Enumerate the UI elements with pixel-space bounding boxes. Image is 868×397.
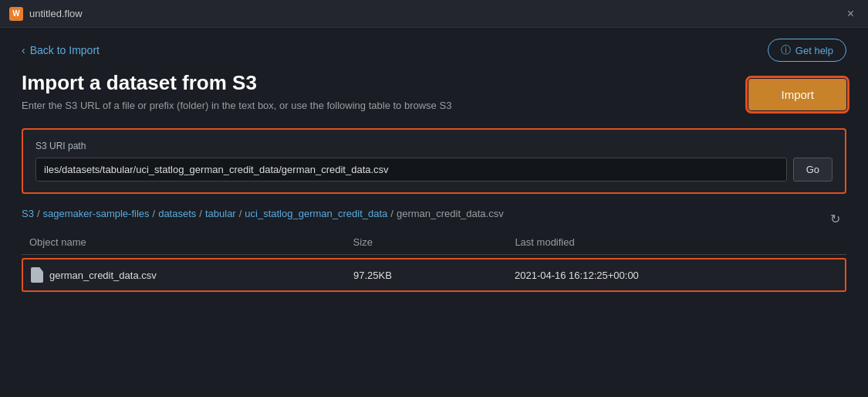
title-bar: W untitled.flow × bbox=[0, 0, 868, 28]
col-header-name: Object name bbox=[29, 236, 353, 248]
file-date-cell: 2021-04-16 16:12:25+00:00 bbox=[515, 270, 837, 281]
get-help-button[interactable]: ⓘ Get help bbox=[768, 39, 846, 62]
page-title: Import a dataset from S3 bbox=[22, 71, 846, 95]
breadcrumb-s3[interactable]: S3 bbox=[22, 208, 34, 219]
import-button[interactable]: Import bbox=[748, 79, 846, 110]
breadcrumb-sagemaker-sample-files[interactable]: sagemaker-sample-files bbox=[43, 208, 150, 219]
breadcrumb-uci-statlog[interactable]: uci_statlog_german_credit_data bbox=[245, 208, 387, 219]
back-label: Back to Import bbox=[30, 44, 100, 56]
get-help-label: Get help bbox=[795, 45, 833, 56]
table-header: Object name Size Last modified bbox=[22, 230, 846, 255]
s3-uri-section: S3 URI path Go bbox=[22, 128, 846, 194]
file-table: Object name Size Last modified german_cr… bbox=[22, 230, 846, 292]
breadcrumb: S3 / sagemaker-sample-files / datasets /… bbox=[22, 208, 504, 219]
s3-uri-input[interactable] bbox=[35, 158, 787, 182]
top-bar: ‹ Back to Import ⓘ Get help bbox=[22, 28, 846, 68]
breadcrumb-german-credit: german_credit_data.csv bbox=[397, 208, 504, 219]
table-row[interactable]: german_credit_data.csv 97.25KB 2021-04-1… bbox=[22, 258, 846, 292]
breadcrumb-datasets[interactable]: datasets bbox=[158, 208, 196, 219]
main-content: ‹ Back to Import ⓘ Get help Import Impor… bbox=[0, 28, 868, 292]
col-header-size: Size bbox=[353, 236, 515, 248]
app-icon: W bbox=[9, 7, 23, 21]
close-button[interactable]: × bbox=[843, 5, 859, 22]
col-header-modified: Last modified bbox=[515, 236, 839, 248]
file-name: german_credit_data.csv bbox=[49, 270, 157, 281]
file-name-cell: german_credit_data.csv bbox=[31, 267, 353, 283]
file-size-cell: 97.25KB bbox=[353, 270, 515, 281]
get-help-icon: ⓘ bbox=[781, 43, 791, 57]
breadcrumb-row: S3 / sagemaker-sample-files / datasets /… bbox=[22, 208, 846, 230]
back-to-import-link[interactable]: ‹ Back to Import bbox=[22, 44, 100, 56]
go-button[interactable]: Go bbox=[793, 158, 833, 182]
breadcrumb-tabular[interactable]: tabular bbox=[205, 208, 236, 219]
refresh-button[interactable]: ↻ bbox=[824, 209, 846, 229]
window-title: untitled.flow bbox=[29, 8, 836, 19]
s3-uri-input-row: Go bbox=[35, 158, 833, 182]
page-subtitle: Enter the S3 URL of a file or prefix (fo… bbox=[22, 100, 846, 111]
back-chevron-icon: ‹ bbox=[22, 44, 25, 56]
file-icon bbox=[31, 267, 43, 283]
s3-uri-label: S3 URI path bbox=[35, 141, 833, 151]
